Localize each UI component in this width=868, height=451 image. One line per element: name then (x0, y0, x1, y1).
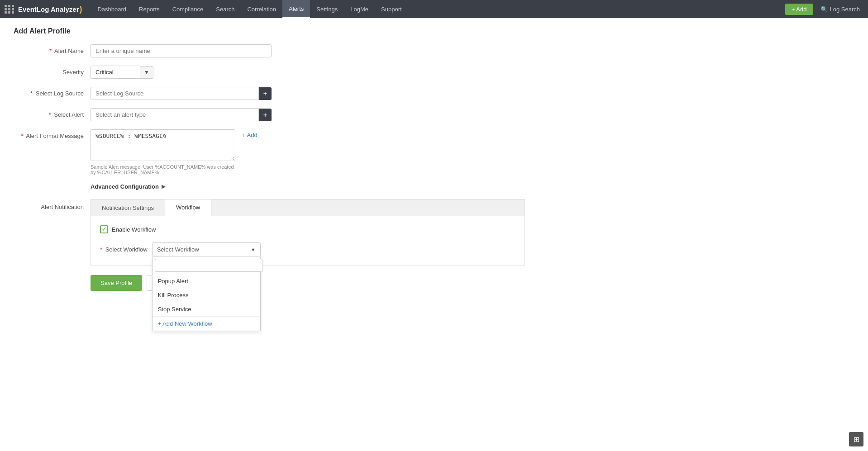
sample-message: Sample Alert message: User %ACCOUNT_NAME… (91, 164, 235, 175)
search-icon: 🔍 (820, 6, 828, 13)
alert-notification-section: Alert Notification Notification Settings… (14, 199, 557, 266)
enable-workflow-checkbox[interactable]: ✓ (100, 225, 108, 233)
page-content: Add Alert Profile * Alert Name Severity … (0, 18, 868, 451)
enable-workflow-label: Enable Workflow (112, 226, 156, 233)
nav-settings[interactable]: Settings (310, 0, 344, 18)
nav-logme[interactable]: LogMe (344, 0, 375, 18)
workflow-select-button[interactable]: Select Workflow ▼ (152, 242, 261, 256)
alert-format-row: * Alert Format Message %SOURCE% : %MESSA… (14, 129, 557, 175)
alert-name-label: * Alert Name (14, 44, 91, 54)
alert-format-textarea[interactable]: %SOURCE% : %MESSAGE% (91, 129, 235, 161)
log-source-label: * Select Log Source (14, 87, 91, 97)
tabs-header: Notification Settings Workflow (91, 199, 525, 216)
nav-right: + Add 🔍 Log Search (785, 4, 863, 15)
alert-format-textarea-wrapper: %SOURCE% : %MESSAGE% Sample Alert messag… (91, 129, 235, 175)
select-alert-add-button[interactable]: + (259, 109, 272, 121)
page-title: Add Alert Profile (14, 27, 854, 35)
log-source-add-button[interactable]: + (259, 87, 272, 100)
workflow-tab-content: ✓ Enable Workflow * Select Workflow Sele… (91, 216, 525, 266)
nav-compliance[interactable]: Compliance (166, 0, 210, 18)
action-icon: ⊞ (854, 435, 859, 444)
logo-arc: ) (79, 5, 82, 14)
workflow-dropdown-container: Select Workflow ▼ Popup Alert Kill Proce… (152, 242, 261, 256)
grid-icon (5, 5, 14, 14)
nav-dashboard[interactable]: Dashboard (91, 0, 133, 18)
log-search-button[interactable]: 🔍 Log Search (817, 6, 864, 13)
notification-tabs-panel: Notification Settings Workflow ✓ Enable … (91, 199, 525, 266)
alert-notification-label: Alert Notification (14, 199, 91, 210)
alert-name-row: * Alert Name (14, 44, 557, 57)
app-logo: EventLog Analyzer ) (5, 5, 82, 14)
log-source-input[interactable] (91, 87, 259, 100)
workflow-option-stop-service[interactable]: Stop Service (153, 302, 260, 316)
nav-reports[interactable]: Reports (133, 0, 166, 18)
workflow-select-value: Select Workflow (157, 246, 199, 253)
alert-format-area: %SOURCE% : %MESSAGE% Sample Alert messag… (91, 129, 272, 175)
nav-items: Dashboard Reports Compliance Search Corr… (91, 0, 785, 18)
required-star: * (49, 47, 52, 54)
tab-workflow[interactable]: Workflow (165, 199, 211, 216)
workflow-search-input[interactable] (155, 259, 262, 272)
select-alert-input[interactable] (91, 108, 259, 121)
severity-control: Critical ▼ (91, 66, 272, 79)
severity-value: Critical (91, 66, 140, 79)
select-alert-control: + (91, 108, 272, 121)
log-source-input-group: + (91, 87, 272, 100)
workflow-option-popup-alert[interactable]: Popup Alert (153, 274, 260, 288)
severity-dropdown-button[interactable]: ▼ (140, 66, 153, 79)
chevron-down-icon: ▼ (251, 247, 256, 252)
add-format-link[interactable]: + Add (242, 132, 258, 138)
checkmark-icon: ✓ (102, 226, 106, 233)
tab-notification-settings[interactable]: Notification Settings (91, 199, 165, 216)
log-source-row: * Select Log Source + (14, 87, 557, 100)
log-source-control: + (91, 87, 272, 100)
alert-format-label: * Alert Format Message (14, 129, 91, 139)
nav-correlation[interactable]: Correlation (241, 0, 282, 18)
workflow-dropdown-menu: Popup Alert Kill Process Stop Service + … (152, 256, 261, 331)
alert-name-input[interactable] (91, 44, 272, 57)
chevron-right-icon: ▶ (162, 184, 165, 190)
severity-select: Critical ▼ (91, 66, 272, 79)
alert-format-control: %SOURCE% : %MESSAGE% Sample Alert messag… (91, 129, 272, 175)
top-nav: EventLog Analyzer ) Dashboard Reports Co… (0, 0, 868, 18)
save-profile-button[interactable]: Save Profile (91, 275, 142, 291)
alert-name-control (91, 44, 272, 57)
log-search-label: Log Search (830, 6, 860, 13)
select-alert-row: * Select Alert + (14, 108, 557, 121)
select-alert-label: * Select Alert (14, 108, 91, 118)
severity-label: Severity (14, 66, 91, 76)
bottom-right-action-icon[interactable]: ⊞ (849, 432, 863, 446)
select-workflow-label: * Select Workflow (100, 242, 148, 253)
workflow-option-kill-process[interactable]: Kill Process (153, 288, 260, 302)
enable-workflow-row: ✓ Enable Workflow (100, 225, 515, 233)
add-button[interactable]: + Add (785, 4, 813, 15)
nav-alerts[interactable]: Alerts (282, 0, 310, 18)
nav-support[interactable]: Support (375, 0, 408, 18)
select-workflow-row: * Select Workflow Select Workflow ▼ Popu… (100, 242, 515, 256)
advanced-config-toggle[interactable]: Advanced Configuration ▶ (91, 183, 557, 190)
app-name: EventLog Analyzer (18, 5, 79, 13)
severity-row: Severity Critical ▼ (14, 66, 557, 79)
select-alert-input-group: + (91, 108, 272, 121)
nav-search[interactable]: Search (210, 0, 241, 18)
add-alert-form: * Alert Name Severity Critical ▼ * (14, 44, 557, 291)
add-new-workflow-link[interactable]: + Add New Workflow (153, 316, 260, 331)
